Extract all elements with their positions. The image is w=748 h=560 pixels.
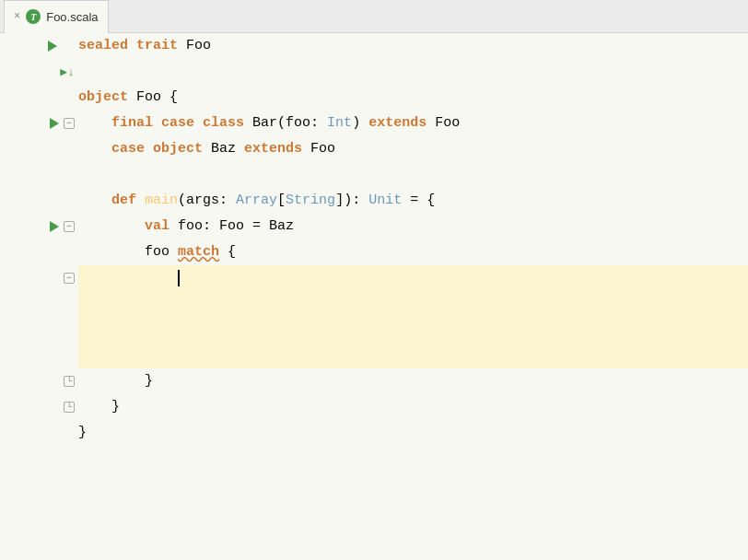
- gutter-row-9: [0, 239, 78, 265]
- fold-marker-main[interactable]: −: [64, 221, 75, 232]
- gutter-row-4: −: [0, 111, 78, 136]
- fold-marker-match[interactable]: −: [64, 273, 75, 284]
- gutter-row-6: [0, 162, 78, 188]
- code-line-10: [78, 265, 748, 291]
- run-icon-2[interactable]: [47, 116, 62, 131]
- gutter-row-5: [0, 136, 78, 162]
- gutter-row-7: [0, 188, 78, 214]
- code-line-6: [78, 162, 748, 188]
- code-line-9: foo match {: [78, 239, 748, 265]
- gutter-row-12: [0, 317, 78, 343]
- code-line-11: [78, 291, 748, 317]
- code-line-1: sealed trait Foo: [78, 33, 748, 59]
- code-line-5: case object Baz extends Foo: [78, 136, 748, 162]
- code-line-15: }: [78, 394, 748, 420]
- code-line-16: }: [78, 420, 748, 446]
- gutter-row-15: └: [0, 394, 78, 420]
- code-line-8: val foo: Foo = Baz: [78, 214, 748, 239]
- code-line-13: [78, 343, 748, 368]
- gutter-row-13: [0, 343, 78, 368]
- gutter-row-11: [0, 291, 78, 317]
- fold-marker-match-close[interactable]: └: [64, 376, 75, 387]
- code-line-12: [78, 317, 748, 343]
- tab-filename: Foo.scala: [46, 10, 98, 24]
- code-lines[interactable]: sealed trait Foo object Foo { final case…: [78, 33, 748, 560]
- tab-close-button[interactable]: ×: [14, 10, 20, 23]
- code-line-14: }: [78, 368, 748, 394]
- code-line-7: def main(args: Array[String]): Unit = {: [78, 188, 748, 214]
- tab-bar: × T Foo.scala: [0, 0, 748, 33]
- tab-icon: T: [26, 9, 41, 24]
- gutter-row-16: [0, 420, 78, 446]
- gutter-row-3: [0, 85, 78, 111]
- code-line-3: object Foo {: [78, 85, 748, 111]
- text-cursor: [178, 270, 180, 286]
- code-line-2: [78, 59, 748, 85]
- fold-marker-object[interactable]: −: [64, 118, 75, 129]
- gutter-row-1: [0, 33, 78, 59]
- step-icon[interactable]: ▶↓: [60, 64, 75, 79]
- file-tab[interactable]: × T Foo.scala: [4, 0, 109, 33]
- gutter: ▶↓ − −: [0, 33, 78, 560]
- code-area: ▶↓ − −: [0, 33, 748, 560]
- gutter-row-2: ▶↓: [0, 59, 78, 85]
- gutter-row-14: └: [0, 368, 78, 394]
- fold-marker-main-close[interactable]: └: [64, 402, 75, 413]
- gutter-row-8: −: [0, 214, 78, 239]
- run-icon-3[interactable]: [47, 219, 62, 234]
- code-line-4: final case class Bar(foo: Int) extends F…: [78, 111, 748, 136]
- editor-container: × T Foo.scala ▶↓: [0, 0, 748, 560]
- run-icon-1[interactable]: [45, 39, 60, 53]
- gutter-row-10: −: [0, 265, 78, 291]
